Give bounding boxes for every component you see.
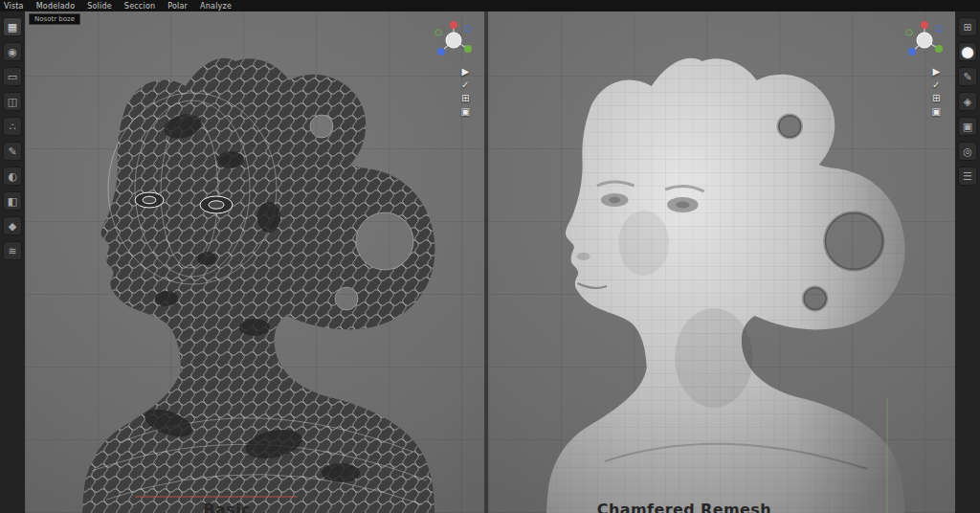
transform-icon: ◉: [8, 46, 17, 58]
cursor-icon[interactable]: ▶: [461, 67, 469, 77]
menu-button[interactable]: ☰: [958, 167, 977, 186]
x-axis-handle[interactable]: [450, 21, 457, 29]
snap-icon: ◈: [964, 96, 971, 108]
z-neg-handle[interactable]: [465, 26, 471, 32]
nav-gizmo-right[interactable]: [903, 17, 946, 63]
menu-bar: Vista Modelado Solide Seccion Polar Anal…: [0, 0, 980, 11]
y-neg-handle[interactable]: [435, 30, 441, 35]
tool-shelf-right: ⊞ ● ✎ ◈ ▣ ◎ ☰: [955, 11, 980, 513]
matcap-button[interactable]: ●: [958, 42, 977, 61]
clay-icon: ▭: [8, 71, 17, 83]
select-icon: ▦: [8, 21, 17, 33]
y-axis-line: [886, 398, 888, 513]
crease-icon: ◆: [9, 220, 16, 233]
confirm-icon[interactable]: ✓: [461, 80, 469, 90]
draw-button[interactable]: ✎: [958, 67, 977, 86]
tool-draw-button[interactable]: ✎: [3, 142, 22, 161]
y-axis-handle[interactable]: [935, 45, 943, 53]
z-neg-handle[interactable]: [936, 26, 942, 32]
application-window: Vista Modelado Solide Seccion Polar Anal…: [0, 0, 980, 513]
smooth-icon: ≋: [8, 245, 16, 257]
draw-icon: ✎: [8, 145, 16, 158]
tool-clay-button[interactable]: ▭: [3, 67, 22, 86]
viewport-wireframe[interactable]: Nosotr boze: [25, 11, 484, 513]
viewport-shaded[interactable]: ▶ ✓ ⊞ ▣ Chamfered Remesh: [488, 11, 955, 513]
x-axis-handle[interactable]: [921, 21, 928, 29]
dots-icon: ∴: [10, 121, 16, 133]
menu-item-solide[interactable]: Solide: [87, 2, 112, 11]
snap-button[interactable]: ◈: [958, 92, 977, 111]
tool-crease-button[interactable]: ◆: [3, 216, 22, 235]
viewport-caption-left: Basic: [203, 502, 250, 513]
maximize-button[interactable]: ⊞: [958, 17, 977, 36]
tool-claystrips-button[interactable]: ◫: [3, 92, 22, 111]
z-axis-handle[interactable]: [908, 48, 916, 56]
y-axis-handle[interactable]: [464, 45, 472, 53]
tool-shelf-left: ▦ ◉ ▭ ◫ ∴ ✎ ◐ ◧ ◆ ≋: [0, 11, 25, 513]
flatten-icon: ◧: [8, 195, 17, 208]
draw-icon: ✎: [963, 71, 971, 83]
maximize-icon: ⊞: [963, 21, 971, 33]
camera-icon[interactable]: ▣: [461, 107, 470, 117]
menu-item-polar[interactable]: Polar: [167, 2, 188, 11]
zoom-icon[interactable]: ⊞: [932, 94, 940, 103]
viewport-overlay-icons-right: ▶ ✓ ⊞ ▣: [932, 67, 941, 117]
cube-button[interactable]: ▣: [958, 117, 977, 136]
viewport-overlay-icons: ▶ ✓ ⊞ ▣: [461, 67, 470, 117]
menu-item-modelado[interactable]: Modelado: [36, 2, 76, 11]
gizmo-ball[interactable]: [446, 33, 461, 48]
tool-dots-button[interactable]: ∴: [3, 117, 22, 136]
tool-smooth-button[interactable]: ≋: [3, 241, 22, 260]
y-neg-handle[interactable]: [906, 30, 912, 35]
tool-flatten-button[interactable]: ◧: [3, 191, 22, 211]
menu-item-seccion[interactable]: Seccion: [124, 2, 155, 11]
x-axis-line: [135, 496, 298, 498]
viewport-caption-right: Chamfered Remesh: [597, 502, 771, 513]
tool-sphere-button[interactable]: ◐: [3, 167, 22, 186]
nav-gizmo[interactable]: [433, 17, 475, 63]
target-button[interactable]: ◎: [958, 142, 977, 161]
target-icon: ◎: [963, 145, 972, 158]
sphere-icon: ◐: [8, 170, 17, 183]
confirm-icon[interactable]: ✓: [932, 80, 940, 90]
menu-item-vista[interactable]: Vista: [4, 2, 24, 11]
tool-select-button[interactable]: ▦: [3, 17, 22, 36]
workspace: ▦ ◉ ▭ ◫ ∴ ✎ ◐ ◧ ◆ ≋ Nosotr boze: [0, 11, 980, 513]
cursor-icon[interactable]: ▶: [932, 67, 940, 77]
zoom-icon[interactable]: ⊞: [461, 94, 469, 103]
wireframe-bust-model[interactable]: [25, 11, 484, 513]
clay-strips-icon: ◫: [8, 96, 17, 108]
menu-item-analyze[interactable]: Analyze: [200, 2, 232, 11]
gizmo-ball[interactable]: [917, 33, 932, 48]
camera-icon[interactable]: ▣: [932, 107, 941, 117]
shaded-bust-model[interactable]: [488, 11, 955, 513]
matcap-sphere-icon: ●: [961, 43, 973, 60]
active-tool-label: Nosotr boze: [29, 13, 80, 25]
menu-icon: ☰: [963, 170, 972, 183]
z-axis-handle[interactable]: [437, 48, 445, 56]
cube-icon: ▣: [963, 121, 972, 133]
tool-transform-button[interactable]: ◉: [3, 42, 22, 61]
